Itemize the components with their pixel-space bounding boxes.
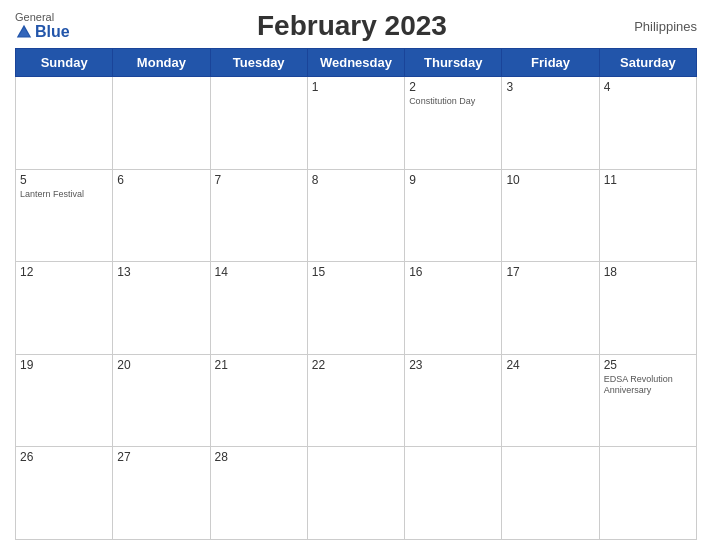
day-header-saturday: Saturday (599, 49, 696, 77)
calendar-cell: 5Lantern Festival (16, 169, 113, 262)
day-number: 18 (604, 265, 692, 279)
calendar-cell (502, 447, 599, 540)
day-number: 2 (409, 80, 497, 94)
calendar-cell: 9 (405, 169, 502, 262)
logo-icon (15, 23, 33, 41)
day-number: 4 (604, 80, 692, 94)
calendar-cell: 1 (307, 77, 404, 170)
day-number: 11 (604, 173, 692, 187)
calendar-cell: 21 (210, 354, 307, 447)
day-header-sunday: Sunday (16, 49, 113, 77)
calendar-cell: 17 (502, 262, 599, 355)
calendar-cell (405, 447, 502, 540)
days-header-row: SundayMondayTuesdayWednesdayThursdayFrid… (16, 49, 697, 77)
week-row-2: 5Lantern Festival67891011 (16, 169, 697, 262)
calendar-cell (307, 447, 404, 540)
calendar-cell: 11 (599, 169, 696, 262)
calendar-header: General Blue February 2023 Philippines (15, 10, 697, 42)
calendar-cell: 13 (113, 262, 210, 355)
calendar-table: SundayMondayTuesdayWednesdayThursdayFrid… (15, 48, 697, 540)
day-number: 19 (20, 358, 108, 372)
day-number: 13 (117, 265, 205, 279)
day-number: 21 (215, 358, 303, 372)
calendar-cell: 23 (405, 354, 502, 447)
calendar-cell: 3 (502, 77, 599, 170)
calendar-cell: 26 (16, 447, 113, 540)
day-number: 15 (312, 265, 400, 279)
calendar-cell: 18 (599, 262, 696, 355)
day-number: 27 (117, 450, 205, 464)
calendar-cell: 10 (502, 169, 599, 262)
calendar-cell: 7 (210, 169, 307, 262)
week-row-5: 262728 (16, 447, 697, 540)
calendar-cell: 28 (210, 447, 307, 540)
calendar-cell: 4 (599, 77, 696, 170)
day-number: 20 (117, 358, 205, 372)
day-header-wednesday: Wednesday (307, 49, 404, 77)
logo: General Blue (15, 11, 70, 41)
calendar-body: 12Constitution Day345Lantern Festival678… (16, 77, 697, 540)
calendar-cell (113, 77, 210, 170)
day-number: 28 (215, 450, 303, 464)
day-header-friday: Friday (502, 49, 599, 77)
calendar-cell: 12 (16, 262, 113, 355)
day-number: 17 (506, 265, 594, 279)
day-header-tuesday: Tuesday (210, 49, 307, 77)
logo-general: General (15, 11, 54, 23)
calendar-title: February 2023 (257, 10, 447, 42)
logo-blue: Blue (15, 23, 70, 41)
day-number: 14 (215, 265, 303, 279)
calendar-cell (16, 77, 113, 170)
calendar-cell: 27 (113, 447, 210, 540)
calendar-cell: 14 (210, 262, 307, 355)
country-name: Philippines (634, 19, 697, 34)
day-number: 1 (312, 80, 400, 94)
week-row-4: 19202122232425EDSA Revolution Anniversar… (16, 354, 697, 447)
day-number: 22 (312, 358, 400, 372)
day-number: 6 (117, 173, 205, 187)
day-number: 26 (20, 450, 108, 464)
day-header-thursday: Thursday (405, 49, 502, 77)
day-number: 8 (312, 173, 400, 187)
day-number: 5 (20, 173, 108, 187)
day-number: 9 (409, 173, 497, 187)
day-number: 25 (604, 358, 692, 372)
calendar-cell: 24 (502, 354, 599, 447)
calendar-cell (210, 77, 307, 170)
day-number: 24 (506, 358, 594, 372)
day-number: 12 (20, 265, 108, 279)
day-header-monday: Monday (113, 49, 210, 77)
calendar-cell: 16 (405, 262, 502, 355)
calendar-cell: 8 (307, 169, 404, 262)
calendar-cell (599, 447, 696, 540)
day-number: 16 (409, 265, 497, 279)
day-number: 10 (506, 173, 594, 187)
calendar-cell: 6 (113, 169, 210, 262)
day-number: 7 (215, 173, 303, 187)
calendar-cell: 19 (16, 354, 113, 447)
event-label: Constitution Day (409, 96, 497, 108)
week-row-3: 12131415161718 (16, 262, 697, 355)
week-row-1: 12Constitution Day34 (16, 77, 697, 170)
calendar-cell: 15 (307, 262, 404, 355)
day-number: 23 (409, 358, 497, 372)
day-number: 3 (506, 80, 594, 94)
event-label: EDSA Revolution Anniversary (604, 374, 692, 397)
calendar-cell: 2Constitution Day (405, 77, 502, 170)
calendar-cell: 22 (307, 354, 404, 447)
event-label: Lantern Festival (20, 189, 108, 201)
calendar-cell: 20 (113, 354, 210, 447)
calendar-cell: 25EDSA Revolution Anniversary (599, 354, 696, 447)
